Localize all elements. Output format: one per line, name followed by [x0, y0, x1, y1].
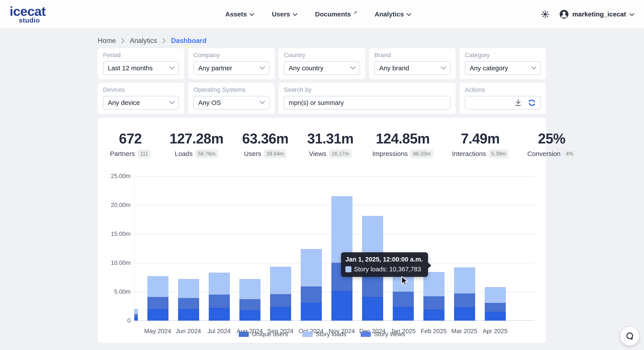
x-tick-label: Mar 2025	[452, 328, 477, 335]
bar-story-views[interactable]	[485, 312, 506, 321]
chevron-down-icon	[406, 13, 411, 16]
bar-story-views[interactable]	[393, 307, 414, 321]
bar-story-views[interactable]	[209, 308, 230, 321]
legend-item[interactable]: Story loads	[302, 331, 346, 338]
filter-card-company: Company Any partner	[188, 48, 275, 79]
stat-label: Users	[244, 150, 261, 158]
actions-box	[465, 96, 541, 110]
stat-value: 31.31m	[307, 130, 354, 147]
search-input[interactable]	[284, 96, 450, 110]
chart-tooltip: Jan 1, 2025, 12:00:00 a.m. Story loads: …	[341, 252, 428, 277]
filter-row-1: Period Last 12 months Company Any partne…	[98, 48, 546, 79]
legend-item[interactable]: Story views	[361, 331, 405, 338]
avatar-icon	[559, 10, 569, 19]
bar-story-views[interactable]	[178, 309, 199, 321]
period-select[interactable]: Last 12 months	[103, 61, 179, 75]
filter-row-2: Devices Any device Operating Systems Any…	[98, 83, 546, 114]
user-name: marketing_icecat	[572, 10, 626, 18]
bar-story-views[interactable]	[148, 309, 168, 321]
chevron-down-icon	[260, 101, 265, 104]
icecat-logo[interactable]: icecat studio	[10, 5, 46, 24]
company-select-value: Any partner	[198, 64, 232, 72]
bar-story-views[interactable]	[454, 307, 475, 321]
gridline	[134, 176, 534, 176]
category-select[interactable]: Any category	[465, 61, 541, 75]
external-link-icon: ↗	[353, 10, 357, 16]
chevron-down-icon	[630, 13, 634, 16]
breadcrumb-analytics[interactable]: Analytics	[130, 37, 157, 45]
stat-label: Partners	[110, 150, 135, 158]
filter-card-period: Period Last 12 months	[98, 48, 184, 79]
chat-widget-icon	[625, 332, 634, 341]
tooltip-arrow	[428, 262, 431, 268]
legend-item[interactable]: Unique users	[239, 331, 288, 338]
bar-story-views[interactable]	[332, 291, 352, 321]
filter-card-actions: Actions	[460, 83, 546, 114]
user-menu[interactable]: marketing_icecat	[559, 10, 634, 19]
os-select[interactable]: Any OS	[194, 96, 270, 110]
stat-badge: 4%	[563, 149, 576, 158]
x-tick-label: Jul 2024	[208, 328, 231, 335]
nav-documents[interactable]: Documents ↗	[315, 10, 357, 18]
filter-label: Brand	[374, 52, 450, 59]
chevron-down-icon	[293, 13, 298, 16]
refresh-icon[interactable]	[528, 99, 536, 106]
stat-label: Views	[309, 150, 326, 158]
plot-area[interactable]	[134, 176, 534, 321]
chevron-right-icon	[121, 38, 125, 44]
legend-swatch	[302, 332, 312, 337]
stat-badge: 56.76m	[196, 149, 218, 158]
y-tick-label: 10.00m	[98, 260, 130, 266]
devices-select-value: Any device	[108, 99, 140, 106]
legend-label: Story loads	[316, 331, 346, 338]
bar-story-views[interactable]	[424, 310, 444, 321]
tooltip-title: Jan 1, 2025, 12:00:00 a.m.	[346, 256, 423, 263]
chevron-down-icon	[260, 66, 265, 70]
bar-story-views[interactable]	[240, 310, 260, 321]
stat-value: 127.28m	[170, 130, 224, 147]
logo-text: icecat	[10, 5, 46, 18]
legend-label: Story views	[374, 331, 405, 338]
nav-users[interactable]: Users	[272, 10, 298, 18]
filter-label: Company	[194, 52, 270, 59]
filter-card-category: Category Any category	[460, 48, 546, 79]
x-tick-label: Jun 2024	[176, 328, 201, 335]
stat-label: Interactions	[452, 150, 486, 158]
chevron-down-icon	[531, 66, 536, 70]
bar-story-views[interactable]	[301, 303, 322, 321]
logo-subtext: studio	[10, 17, 46, 24]
stat-badge: 86.33m	[410, 149, 433, 158]
chevron-down-icon	[441, 66, 446, 70]
brand-select[interactable]: Any brand	[374, 61, 450, 75]
nav-analytics[interactable]: Analytics	[374, 10, 411, 18]
y-tick-label: 15.00m	[98, 231, 130, 238]
stat-block: 31.31m Views 16.17m	[307, 130, 354, 158]
stat-value: 7.49m	[452, 130, 508, 147]
bar-story-views[interactable]	[362, 297, 383, 321]
stat-value: 124.85m	[372, 130, 433, 147]
chat-widget-button[interactable]	[620, 327, 639, 346]
filter-label: Category	[465, 52, 541, 59]
app-header: icecat studio Assets Users Documents ↗ A…	[0, 0, 644, 28]
theme-toggle-sun-icon[interactable]	[541, 10, 549, 18]
stat-block: 25% Conversion 4%	[527, 130, 576, 158]
stat-badge: 111	[137, 149, 150, 158]
legend-swatch	[361, 332, 371, 337]
nav-documents-label: Documents	[315, 10, 351, 18]
company-select[interactable]: Any partner	[194, 61, 270, 75]
analytics-panel: 672 Partners 111127.28m Loads 56.76m63.3…	[98, 118, 546, 343]
bar-story-views[interactable]	[270, 307, 291, 321]
nav-assets-label: Assets	[226, 10, 247, 18]
nav-assets[interactable]: Assets	[226, 10, 254, 18]
download-icon[interactable]	[514, 99, 522, 106]
bar-story-views[interactable]	[134, 317, 138, 321]
stat-block: 672 Partners 111	[110, 130, 151, 158]
chevron-down-icon	[169, 66, 174, 70]
chevron-down-icon	[169, 101, 174, 104]
filter-label: Devices	[103, 86, 179, 93]
devices-select[interactable]: Any device	[103, 96, 179, 110]
breadcrumb-home[interactable]: Home	[98, 37, 116, 45]
country-select[interactable]: Any country	[284, 61, 360, 75]
stat-label: Loads	[175, 150, 193, 158]
tooltip-series-swatch	[346, 266, 351, 272]
